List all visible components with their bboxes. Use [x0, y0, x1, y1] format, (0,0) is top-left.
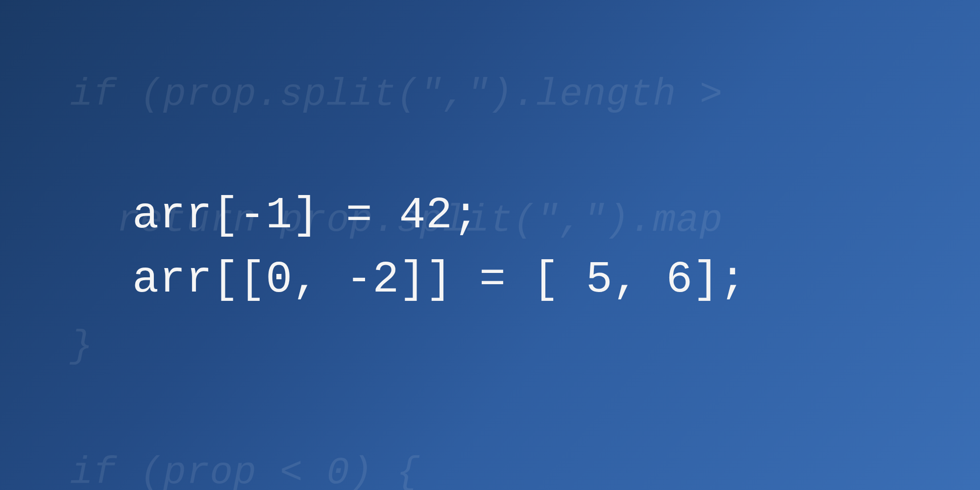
bg-line: }	[0, 315, 980, 378]
bg-line: if (prop.split(",").length >	[0, 63, 980, 126]
fg-line-1: arr[-1] = 42;	[132, 184, 746, 248]
bg-line: if (prop < 0) {	[0, 441, 980, 490]
foreground-code-block: arr[-1] = 42;arr[[0, -2]] = [ 5, 6];	[132, 184, 746, 312]
fg-line-2: arr[[0, -2]] = [ 5, 6];	[132, 248, 746, 312]
